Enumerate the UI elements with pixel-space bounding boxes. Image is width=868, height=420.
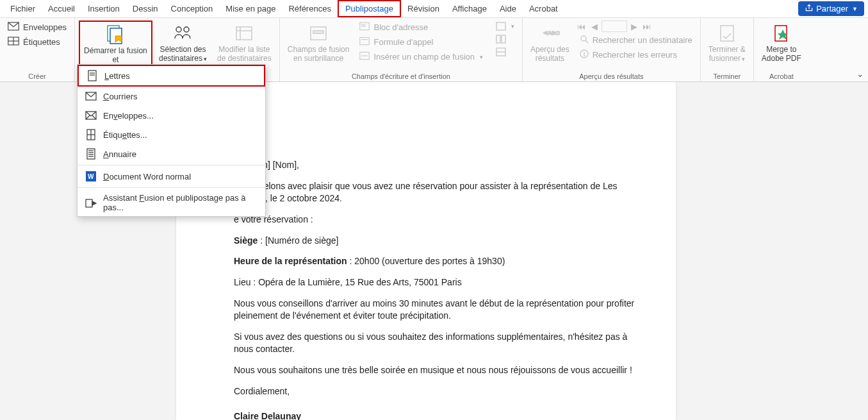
- dropdown-assistant[interactable]: Assistant Fusion et publipostage pas à p…: [78, 189, 265, 216]
- surb-line2: en surbrillance: [293, 54, 343, 63]
- dd-etiquettes-label: Étiquettes...: [103, 130, 147, 140]
- tab-mise-en-page[interactable]: Mise en page: [219, 1, 282, 16]
- dropdown-annuaire[interactable]: Annuaire: [78, 144, 265, 164]
- dd-assistant-label: Assistant Fusion et publipostage pas à p…: [103, 193, 258, 212]
- group-label-creer: Créer: [4, 71, 70, 80]
- rechercher-erreurs-button: Rechercher les erreurs: [576, 48, 696, 62]
- insert-field-icon: [359, 51, 370, 62]
- terminer-line1: Terminer &: [708, 45, 746, 54]
- preview-icon: ≪ABC≫: [539, 23, 560, 44]
- svg-rect-21: [496, 35, 500, 43]
- svg-rect-48: [86, 199, 92, 207]
- ribbon-group-terminer: Terminer & fusionner▾ Terminer: [701, 18, 754, 81]
- finish-merge-icon: [717, 23, 737, 44]
- search-icon: [580, 35, 589, 46]
- match-fields-button: [492, 33, 518, 45]
- ribbon-expand-button[interactable]: ⌄: [856, 69, 864, 79]
- rechercher-destinataire-button: Rechercher un destinataire: [576, 33, 696, 47]
- address-block-icon: [359, 22, 370, 33]
- tab-acrobat[interactable]: Acrobat: [523, 1, 564, 16]
- tab-revision[interactable]: Révision: [401, 1, 446, 16]
- word-doc-icon: W: [85, 171, 97, 182]
- edit-list-icon: [234, 23, 254, 44]
- tab-affichage[interactable]: Affichage: [446, 1, 493, 16]
- prev-record-icon: ◀: [589, 21, 600, 32]
- inserer-champ-button: Insérer un champ de fusion ▾: [356, 50, 487, 63]
- terminer-fusionner-button: Terminer & fusionner▾: [705, 21, 749, 66]
- recipients-icon: [172, 23, 193, 44]
- group-label-champs: Champs d'écriture et d'insertion: [284, 71, 518, 80]
- dd-enveloppes-label: Enveloppes...: [103, 111, 154, 121]
- terminer-line2: fusionner: [709, 54, 741, 63]
- svg-text:≪ABC≫: ≪ABC≫: [543, 30, 560, 36]
- tab-publipostage[interactable]: Publipostage: [338, 0, 401, 17]
- tab-insertion[interactable]: Insertion: [81, 1, 126, 16]
- dropdown-doc-normal[interactable]: W Document Word normal: [78, 167, 265, 186]
- etiquettes-button[interactable]: Étiquettes: [4, 35, 70, 49]
- mail-merge-icon: [105, 24, 126, 45]
- dropdown-courriers[interactable]: Courriers: [78, 87, 265, 106]
- wizard-icon: [85, 197, 97, 208]
- tab-fichier[interactable]: Fichier: [4, 1, 42, 16]
- svg-rect-12: [313, 31, 323, 33]
- doc-lieu: Lieu : Opéra de la Lumière, 15 Rue des A…: [234, 276, 637, 289]
- tab-accueil[interactable]: Accueil: [42, 1, 81, 16]
- next-record-icon: ▶: [628, 21, 640, 32]
- svg-point-30: [584, 56, 584, 56]
- enveloppes-button[interactable]: Enveloppes: [4, 21, 70, 34]
- pdf-line1: Merge to: [766, 45, 796, 54]
- modifier-line2: de destinataires: [217, 54, 272, 63]
- chevron-down-icon: ▼: [852, 6, 858, 12]
- svg-rect-20: [496, 22, 505, 30]
- share-button[interactable]: Partager ▼: [798, 1, 864, 16]
- rech-dest-label: Rechercher un destinataire: [593, 35, 692, 45]
- surb-line1: Champs de fusion: [288, 45, 350, 54]
- group-label-terminer: Terminer: [705, 71, 749, 80]
- doc-sig-name: Claire Delaunay: [234, 410, 637, 420]
- doc-heure: Heure de la représentation : 20h00 (ouve…: [234, 255, 637, 267]
- label-icon: [8, 37, 19, 47]
- dd-courriers-label: Courriers: [103, 92, 137, 101]
- record-number-input: [602, 21, 627, 32]
- directory-icon: [85, 148, 97, 160]
- group-label-apercu: Aperçu des résultats: [527, 71, 696, 80]
- selection-line2: destinataires: [159, 54, 202, 63]
- bloc-adresse-button: Bloc d'adresse: [356, 21, 487, 34]
- tab-bar: Fichier Accueil Insertion Dessin Concept…: [0, 0, 868, 18]
- tab-references[interactable]: Références: [282, 1, 337, 16]
- first-record-icon: ⏮: [576, 21, 587, 32]
- dropdown-lettres[interactable]: Lettres: [78, 65, 265, 87]
- apercu-line2: résultats: [536, 54, 564, 63]
- ribbon-group-creer: Enveloppes Étiquettes Créer: [0, 18, 75, 81]
- tab-conception[interactable]: Conception: [165, 1, 220, 16]
- rules-button: ▾: [492, 21, 518, 32]
- champs-surbrillance-button: Champs de fusion en surbrillance: [284, 21, 354, 66]
- chevron-down-icon: ▾: [480, 54, 483, 60]
- selection-destinataires-button[interactable]: Sélection des destinataires▾: [155, 21, 211, 66]
- highlight-fields-icon: [308, 23, 329, 44]
- svg-text:W: W: [88, 173, 94, 180]
- tab-aide[interactable]: Aide: [493, 1, 523, 16]
- dropdown-etiquettes[interactable]: Étiquettes...: [78, 125, 265, 144]
- modifier-line1: Modifier la liste: [218, 45, 270, 54]
- dropdown-separator: [78, 165, 265, 165]
- ribbon-group-acrobat: Merge to Adobe PDF Acrobat: [754, 18, 809, 81]
- apercu-resultats-button: ≪ABC≫ Aperçu des résultats: [527, 21, 573, 66]
- svg-point-6: [176, 27, 181, 32]
- tab-dessin[interactable]: Dessin: [126, 1, 165, 16]
- merge-pdf-button[interactable]: Merge to Adobe PDF: [758, 21, 805, 66]
- pdf-line2: Adobe PDF: [762, 54, 801, 63]
- ribbon-group-champs: Champs de fusion en surbrillance Bloc d'…: [279, 18, 523, 81]
- email-icon: [85, 90, 97, 102]
- error-check-icon: [580, 49, 589, 60]
- dropdown-enveloppes[interactable]: Enveloppes...: [78, 106, 265, 125]
- rech-err-label: Rechercher les erreurs: [593, 50, 677, 60]
- svg-point-7: [184, 27, 189, 32]
- dropdown-separator: [78, 187, 265, 188]
- svg-rect-16: [360, 37, 369, 44]
- svg-rect-33: [88, 71, 96, 81]
- formule-appel-label: Formule d'appel: [373, 37, 433, 47]
- svg-line-27: [585, 40, 588, 43]
- enveloppes-label: Enveloppes: [23, 22, 67, 32]
- inserer-champ-label: Insérer un champ de fusion: [373, 52, 475, 62]
